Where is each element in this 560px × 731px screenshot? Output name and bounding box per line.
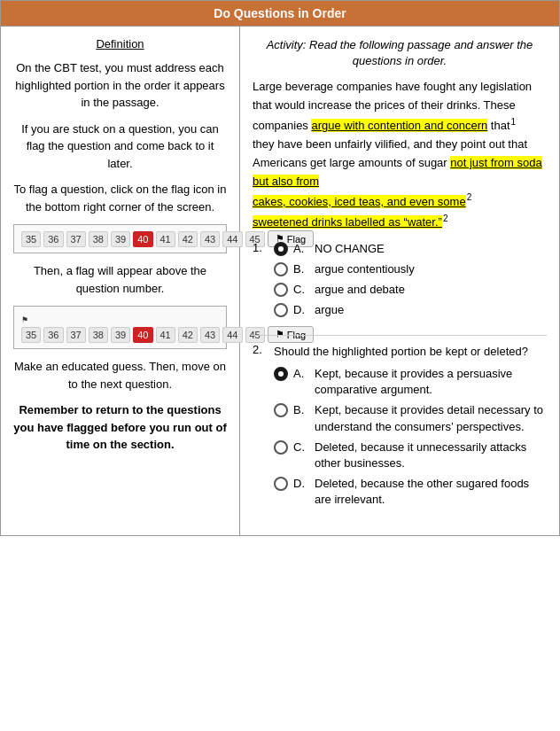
radio-2-a[interactable] <box>274 367 288 381</box>
answer-1-d[interactable]: D. argue <box>274 302 415 318</box>
content-row: Definition On the CBT test, you must add… <box>1 26 559 535</box>
num-38b: 38 <box>89 327 108 343</box>
num-43b: 43 <box>200 327 220 343</box>
num-39b: 39 <box>111 327 130 343</box>
answer-1-b-label: B. <box>293 261 311 277</box>
answer-1-b-text: argue contentiously <box>315 261 415 277</box>
flag-bar-2: ⚑ 35 36 37 38 39 40 41 42 43 44 45 ⚑ <box>13 306 227 349</box>
page-wrapper: Do Questions in Order Definition On the … <box>0 0 560 536</box>
definition-para-1: On the CBT test, you must address each h… <box>13 59 227 112</box>
flag-bar-2-inner: 35 36 37 38 39 40 41 42 43 44 45 ⚑ Flag <box>21 326 219 343</box>
answer-2-d[interactable]: D. Deleted, because the other sugared fo… <box>274 476 547 508</box>
question-2: 2. Should the highlighted portion be kep… <box>253 343 547 512</box>
question-divider <box>253 335 547 336</box>
num-41: 41 <box>156 231 175 247</box>
radio-1-c[interactable] <box>274 283 288 297</box>
num-36b: 36 <box>43 327 63 343</box>
answer-2-a-label: A. <box>293 366 311 382</box>
radio-2-b[interactable] <box>274 403 288 417</box>
answer-1-a-text: NO CHANGE <box>315 241 415 257</box>
num-36: 36 <box>43 231 63 247</box>
definition-header: Definition <box>13 37 227 51</box>
radio-2-c[interactable] <box>274 440 288 455</box>
flag-bar-1-inner: 35 36 37 38 39 40 41 42 43 44 45 ⚑ Flag <box>21 230 219 247</box>
passage-highlight1: argue with contention and concern <box>311 119 487 132</box>
num-40-active: 40 <box>133 231 152 247</box>
passage-sup1: 1 <box>511 117 517 127</box>
answer-1-a[interactable]: A. NO CHANGE <box>274 241 415 257</box>
passage-sup4: 2 <box>443 214 448 223</box>
after-flag-1-text: Then, a flag will appear above the quest… <box>13 262 227 297</box>
answer-2-c-text: Deleted, because it unnecessarily attack… <box>315 439 547 471</box>
answer-list-1: A. NO CHANGE B. argue contentiously C. a… <box>274 241 415 323</box>
answer-1-b[interactable]: B. argue contentiously <box>274 261 415 277</box>
left-column: Definition On the CBT test, you must add… <box>1 27 240 535</box>
answer-2-b-text: Kept, because it provides detail necessa… <box>315 402 547 434</box>
radio-2-d[interactable] <box>274 477 288 491</box>
radio-1-a[interactable] <box>274 242 288 256</box>
flag-above-indicator: ⚑ <box>21 315 28 324</box>
answer-2-b[interactable]: B. Kept, because it provides detail nece… <box>274 402 547 434</box>
answer-1-c-label: C. <box>293 282 311 298</box>
reminder-text: Remember to return to the questions you … <box>13 401 227 454</box>
passage-between1: that <box>487 119 509 132</box>
answer-2-c[interactable]: C. Deleted, because it unnecessarily att… <box>274 439 547 471</box>
num-37: 37 <box>66 231 86 247</box>
radio-1-b[interactable] <box>274 262 288 276</box>
num-39: 39 <box>111 231 130 247</box>
question-1-number: 1. <box>253 241 268 254</box>
answer-1-d-text: argue <box>315 302 415 318</box>
num-41b: 41 <box>156 327 175 343</box>
definition-para-2: If you are stuck on a question, you can … <box>13 121 227 173</box>
page-title: Do Questions in Order <box>1 1 559 26</box>
num-37b: 37 <box>66 327 86 343</box>
answer-1-c-text: argue and debate <box>315 282 415 298</box>
right-column: Activity: Read the following passage and… <box>240 27 559 535</box>
answer-1-a-label: A. <box>293 241 311 257</box>
question-1-row: 1. A. NO CHANGE B. argue contentiously <box>253 241 547 323</box>
num-38: 38 <box>89 231 108 247</box>
passage-highlight3: cakes, cookies, iced teas, and even some <box>253 195 466 208</box>
flag-indicator-container: ⚑ <box>21 315 28 324</box>
num-35: 35 <box>21 231 41 247</box>
answer-2-c-label: C. <box>293 439 311 455</box>
num-40b-active: 40 <box>133 327 152 343</box>
definition-para-3: To flag a question, click on the flag ic… <box>13 181 227 215</box>
num-42b: 42 <box>178 327 198 343</box>
activity-header: Activity: Read the following passage and… <box>253 37 547 69</box>
question-2-intro: Should the highlighted portion be kept o… <box>274 343 547 361</box>
flag-bar-1: 35 36 37 38 39 40 41 42 43 44 45 ⚑ Flag <box>13 224 227 253</box>
answer-1-d-label: D. <box>293 302 311 318</box>
answer-1-c[interactable]: C. argue and debate <box>274 282 415 298</box>
answer-list-2: A. Kept, because it provides a persuasiv… <box>274 366 547 509</box>
question-1: 1. A. NO CHANGE B. argue contentiously <box>253 241 547 323</box>
question-2-number: 2. <box>253 343 268 356</box>
num-43: 43 <box>200 231 220 247</box>
num-35b: 35 <box>21 327 41 343</box>
passage-sup3: 2 <box>467 192 472 202</box>
answer-2-a-text: Kept, because it provides a persuasive c… <box>315 366 547 398</box>
question-2-row: 2. Should the highlighted portion be kep… <box>253 343 547 512</box>
passage-highlight4: sweetened drinks labelled as “water.” <box>253 215 442 229</box>
passage: Large beverage companies have fought any… <box>253 78 547 231</box>
num-42: 42 <box>178 231 198 247</box>
answer-2-d-text: Deleted, because the other sugared foods… <box>315 476 547 508</box>
after-flag-2-text: Make an educated guess. Then, move on to… <box>13 358 227 393</box>
question-2-content: Should the highlighted portion be kept o… <box>274 343 547 512</box>
radio-1-d[interactable] <box>274 303 288 317</box>
answer-2-d-label: D. <box>293 476 311 492</box>
answer-2-a[interactable]: A. Kept, because it provides a persuasiv… <box>274 366 547 398</box>
answer-2-b-label: B. <box>293 402 311 418</box>
